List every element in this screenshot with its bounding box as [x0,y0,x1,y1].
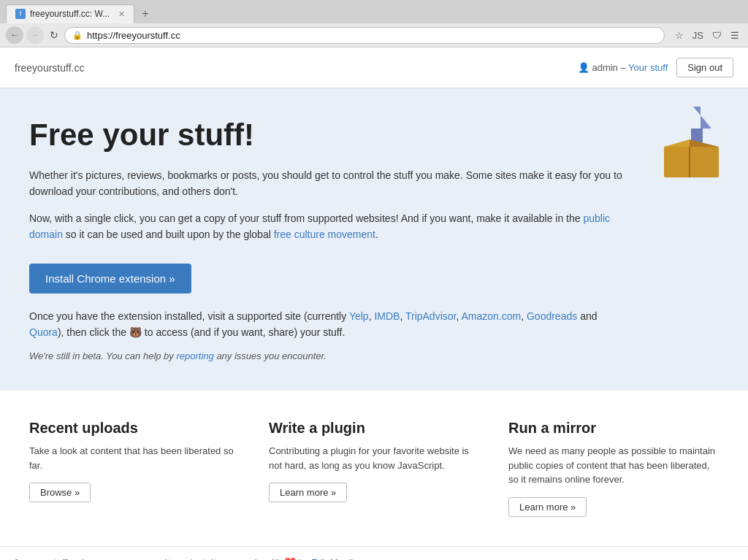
hero-para2: Now, with a single click, you can get a … [29,210,628,243]
adblock-icon[interactable]: 🛡 [709,28,725,42]
svg-rect-5 [664,147,690,177]
recent-uploads-title: Recent uploads [29,420,240,437]
tab-close-button[interactable]: ✕ [118,9,125,19]
run-mirror-text: We need as many people as possible to ma… [508,444,719,487]
lock-icon: 🔒 [72,31,83,40]
address-bar-row: ← → ↻ 🔒 https://freeyourstuff.cc ☆ JS 🛡 … [0,23,748,47]
new-tab-button[interactable]: + [137,7,153,20]
extension-middle: and [580,310,597,322]
beta-before: We're still in beta. You can help by [29,350,176,361]
extension-before: Once you have the extension installed, v… [29,310,349,322]
reporting-link[interactable]: reporting [176,350,213,361]
hero-content: Free your stuff! Whether it's pictures, … [29,118,628,361]
learn-more-plugin-button[interactable]: Learn more » [269,483,347,502]
site-logo: freeyourstuff.cc [15,62,84,74]
extension-after: ), then click the 🐻 to access (and if yo… [58,326,345,338]
user-info: 👤 admin – Your stuff [578,62,668,73]
user-icon: 👤 [578,62,592,73]
your-stuff-link[interactable]: Your stuff [628,62,668,73]
imdb-link[interactable]: IMDB [374,310,400,322]
write-plugin-title: Write a plugin [269,420,479,437]
footer-before: freeyourstuff.cc is an [15,557,104,560]
install-chrome-extension-button[interactable]: Install Chrome extension » [29,264,191,294]
column-run-mirror: Run a mirror We need as many people as p… [508,420,719,517]
hero-para2-middle: so it can be used and built upon by the … [63,229,274,240]
hero-section: Free your stuff! Whether it's pictures, … [0,88,748,391]
quora-link[interactable]: Quora [29,326,58,338]
svg-marker-3 [664,139,690,147]
column-write-plugin: Write a plugin Contributing a plugin for… [269,420,479,517]
header-right: 👤 admin – Your stuff Sign out [578,58,733,77]
browser-actions: ☆ JS 🛡 ☰ [672,28,742,42]
tab-favicon: f [15,9,26,19]
beta-after: any issues you encounter. [214,350,327,361]
erik-link[interactable]: Erik Moeller [311,557,361,560]
address-bar[interactable]: 🔒 https://freeyourstuff.cc [64,27,665,44]
browser-chrome: f freeyourstuff.cc: W... ✕ + ← → ↻ 🔒 htt… [0,0,748,47]
tab-bar: f freeyourstuff.cc: W... ✕ + [0,0,748,23]
columns-section: Recent uploads Take a look at content th… [0,391,748,546]
back-button[interactable]: ← [6,26,23,44]
hero-para2-before: Now, with a single click, you can get a … [29,212,583,224]
goodreads-link[interactable]: Goodreads [527,310,577,322]
column-recent-uploads: Recent uploads Take a look at content th… [29,420,240,517]
write-plugin-text: Contributing a plugin for your favorite … [269,444,479,472]
forward-button[interactable]: → [26,26,44,44]
amazon-link[interactable]: Amazon.com [461,310,521,322]
site-footer: freeyourstuff.cc is an open community pr… [0,546,748,560]
url-text: https://freeyourstuff.cc [87,30,657,41]
site-header: freeyourstuff.cc 👤 admin – Your stuff Si… [0,47,748,88]
refresh-button[interactable]: ↻ [47,28,61,42]
menu-icon[interactable]: ☰ [728,28,742,42]
svg-marker-0 [693,107,711,129]
open-community-link[interactable]: open community project [104,557,205,560]
footer-main: freeyourstuff.cc is an open community pr… [15,557,733,560]
beta-text: We're still in beta. You can help by rep… [29,350,628,361]
hero-illustration [653,103,726,185]
browse-button[interactable]: Browse » [29,483,91,502]
extension-text: Once you have the extension installed, v… [29,308,628,341]
run-mirror-title: Run a mirror [508,420,719,437]
bookmark-icon[interactable]: ☆ [672,28,687,42]
hero-para1: Whether it's pictures, reviews, bookmark… [29,167,628,200]
learn-more-mirror-button[interactable]: Learn more » [508,497,587,517]
active-tab[interactable]: f freeyourstuff.cc: W... ✕ [6,4,134,23]
yelp-link[interactable]: Yelp [349,310,369,322]
svg-marker-4 [690,139,719,147]
recent-uploads-text: Take a look at content that has been lib… [29,444,240,472]
page-wrapper: freeyourstuff.cc 👤 admin – Your stuff Si… [0,47,748,560]
footer-after: . It was made with ❤️ by [205,557,311,560]
hero-title: Free your stuff! [29,118,628,153]
hero-para2-after: . [375,229,378,240]
extensions-icon[interactable]: JS [690,28,706,42]
signout-button[interactable]: Sign out [676,58,733,77]
username-text: admin – [592,62,625,73]
tripadvisor-link[interactable]: TripAdvisor [405,310,457,322]
free-culture-link[interactable]: free culture movement [274,229,375,240]
tab-title: freeyourstuff.cc: W... [30,9,110,19]
